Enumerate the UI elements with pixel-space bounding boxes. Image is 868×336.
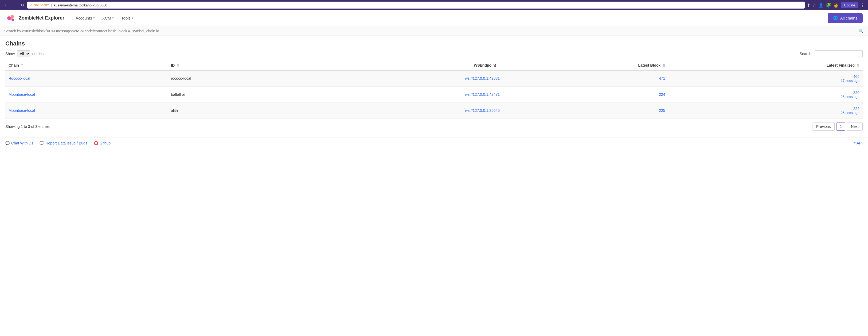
forward-button[interactable]: → — [11, 2, 17, 8]
tools-nav[interactable]: Tools ▾ — [118, 13, 136, 23]
github-link[interactable]: ⭕ Github — [94, 141, 111, 145]
wsendpoint-cell: ws://127.0.0.1:42881 — [300, 71, 503, 86]
show-label: Show — [5, 52, 15, 56]
share-icon[interactable]: ⬆ — [807, 3, 810, 8]
col-latestblock[interactable]: Latest Block ⇅ — [503, 60, 669, 71]
address-bar[interactable]: ⚠ Not Secure | kusama-internal.polkaholi… — [27, 2, 805, 8]
api-link[interactable]: ≡ API — [853, 141, 863, 145]
ws-sort-icon: ↓ — [498, 64, 500, 67]
finalized-time: 25 secs ago — [672, 111, 860, 115]
wsendpoint-cell: ws://127.0.0.1:35645 — [300, 103, 503, 118]
chain-cell: Moonbase-local — [5, 86, 168, 103]
global-search-input[interactable] — [4, 29, 858, 33]
table-header: Chain ⇅ ID ⇅ WSEndpoint ↓ Latest Block ⇅… — [5, 60, 863, 71]
pagination-row: Showing 1 to 3 of 3 entries Previous 1 N… — [5, 119, 863, 133]
xcm-nav[interactable]: XCM ▾ — [99, 13, 117, 23]
tools-dropdown-arrow: ▾ — [132, 16, 133, 20]
table-body: Rococo-local rococo-local ws://127.0.0.1… — [5, 71, 863, 118]
next-button[interactable]: Next — [847, 122, 863, 131]
global-search-bar: 🔍 — [0, 26, 868, 36]
accounts-nav[interactable]: Accounts ▾ — [72, 13, 98, 23]
wsendpoint-link[interactable]: ws://127.0.0.1:42881 — [465, 76, 500, 81]
navbar: ZombieNet Explorer Accounts ▾ XCM ▾ Tool… — [0, 10, 868, 26]
brand: ZombieNet Explorer — [5, 13, 64, 24]
id-cell: baltathar — [168, 86, 300, 103]
latestblock-link[interactable]: 225 — [659, 108, 665, 113]
header-row: Chain ⇅ ID ⇅ WSEndpoint ↓ Latest Block ⇅… — [5, 60, 863, 71]
latestfinalized-cell: 466 17 secs ago — [669, 71, 863, 86]
id-cell: alith — [168, 103, 300, 118]
table-search-control: Search: — [800, 50, 863, 57]
table-controls: Show All 10 25 50 entries Search: — [5, 50, 863, 57]
col-latestfinalized[interactable]: Latest Finalized ⇅ — [669, 60, 863, 71]
latestblock-cell: 224 — [503, 86, 669, 103]
xcm-dropdown-arrow: ▾ — [112, 16, 114, 20]
not-secure-indicator: ⚠ Not Secure — [30, 3, 50, 7]
footer-right: ≡ API — [853, 141, 863, 145]
github-icon: ⭕ — [94, 141, 98, 145]
table-search-input[interactable] — [814, 50, 863, 57]
latestblock-link[interactable]: 471 — [659, 76, 665, 81]
footer: 💬 Chat With Us 💬 Report Data Issue / Bug… — [0, 138, 868, 148]
current-page: 1 — [836, 122, 845, 131]
svg-point-2 — [11, 19, 14, 21]
col-chain[interactable]: Chain ⇅ — [5, 60, 168, 71]
lf-sort-icon: ⇅ — [857, 64, 860, 67]
github-label: Github — [100, 141, 111, 145]
svg-point-3 — [10, 18, 12, 20]
brand-name: ZombieNet Explorer — [19, 15, 64, 21]
navbar-links: Accounts ▾ XCM ▾ Tools ▾ — [72, 13, 828, 23]
id-cell: rococo-local — [168, 71, 300, 86]
search-icon: 🔍 — [858, 28, 864, 33]
menu-icon[interactable]: ⋮ — [861, 3, 865, 8]
finalized-time: 17 secs ago — [672, 79, 860, 83]
chains-table: Chain ⇅ ID ⇅ WSEndpoint ↓ Latest Block ⇅… — [5, 60, 863, 119]
id-sort-icon: ⇅ — [177, 64, 180, 67]
api-icon: ≡ — [853, 141, 856, 145]
bookmark-icon[interactable]: ☆ — [812, 3, 816, 8]
reload-button[interactable]: ↻ — [19, 2, 25, 8]
wsendpoint-link[interactable]: ws://127.0.0.1:42471 — [465, 92, 500, 96]
chain-link[interactable]: Moonbase-local — [8, 92, 35, 96]
latestfinalized-cell: 220 25 secs ago — [669, 86, 863, 103]
all-chains-button[interactable]: 🌐 All chains — [828, 13, 863, 23]
showing-text: Showing 1 to 3 of 3 entries — [5, 124, 50, 129]
update-button[interactable]: Update — [841, 2, 858, 8]
table-row: Moonbase-local baltathar ws://127.0.0.1:… — [5, 86, 863, 103]
main-content: Chains Show All 10 25 50 entries Search:… — [0, 36, 868, 138]
svg-point-1 — [11, 15, 14, 18]
report-label: Report Data Issue / Bugs — [45, 141, 87, 145]
puzzle-icon[interactable]: 🧩 — [826, 3, 831, 8]
chain-link[interactable]: Rococo-local — [8, 76, 30, 81]
col-id[interactable]: ID ⇅ — [168, 60, 300, 71]
table-row: Moonbase-local alith ws://127.0.0.1:3564… — [5, 103, 863, 118]
wsendpoint-cell: ws://127.0.0.1:42471 — [300, 86, 503, 103]
avatar-icon[interactable]: 👩 — [833, 3, 839, 8]
profile-icon[interactable]: 👤 — [818, 3, 824, 8]
wsendpoint-link[interactable]: ws://127.0.0.1:35645 — [465, 108, 500, 113]
page-title: Chains — [5, 40, 863, 47]
latestfinalized-link[interactable]: 222 — [853, 107, 860, 111]
chain-cell: Moonbase-local — [5, 103, 168, 118]
search-label: Search: — [800, 52, 812, 56]
lb-sort-icon: ⇅ — [662, 64, 665, 67]
back-button[interactable]: ← — [3, 2, 9, 8]
url-text: | — [51, 3, 52, 7]
all-chains-icon: 🌐 — [833, 16, 838, 21]
pagination-controls: Previous 1 Next — [812, 122, 863, 131]
latestblock-cell: 225 — [503, 103, 669, 118]
entries-select[interactable]: All 10 25 50 — [17, 50, 30, 57]
api-label: API — [857, 141, 863, 145]
previous-button[interactable]: Previous — [812, 122, 835, 131]
report-link[interactable]: 💬 Report Data Issue / Bugs — [39, 141, 87, 145]
latestblock-link[interactable]: 224 — [659, 92, 665, 96]
col-wsendpoint[interactable]: WSEndpoint ↓ — [300, 60, 503, 71]
chat-link[interactable]: 💬 Chat With Us — [5, 141, 33, 145]
url-display: kusama-internal.polkaholic.io:3000 — [54, 3, 107, 7]
latestfinalized-cell: 222 25 secs ago — [669, 103, 863, 118]
show-entries-control: Show All 10 25 50 entries — [5, 50, 43, 57]
latestfinalized-link[interactable]: 220 — [853, 90, 860, 95]
browser-chrome: ← → ↻ ⚠ Not Secure | kusama-internal.pol… — [0, 0, 868, 10]
chain-link[interactable]: Moonbase-local — [8, 108, 35, 113]
latestfinalized-link[interactable]: 466 — [853, 74, 860, 79]
